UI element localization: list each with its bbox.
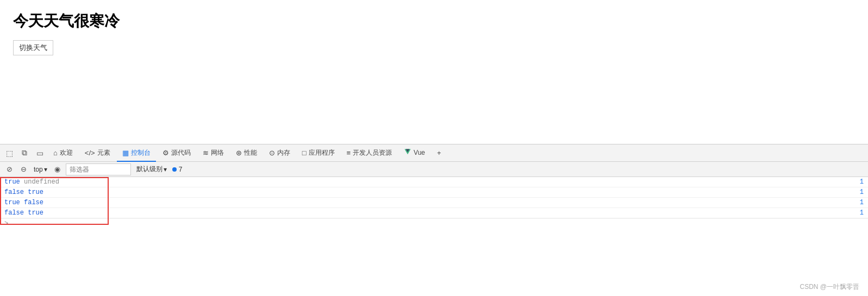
switch-weather-button[interactable]: 切换天气 [13,40,53,55]
page-content: 今天天气很寒冷 切换天气 [0,0,868,141]
page-title: 今天天气很寒冷 [13,11,855,32]
